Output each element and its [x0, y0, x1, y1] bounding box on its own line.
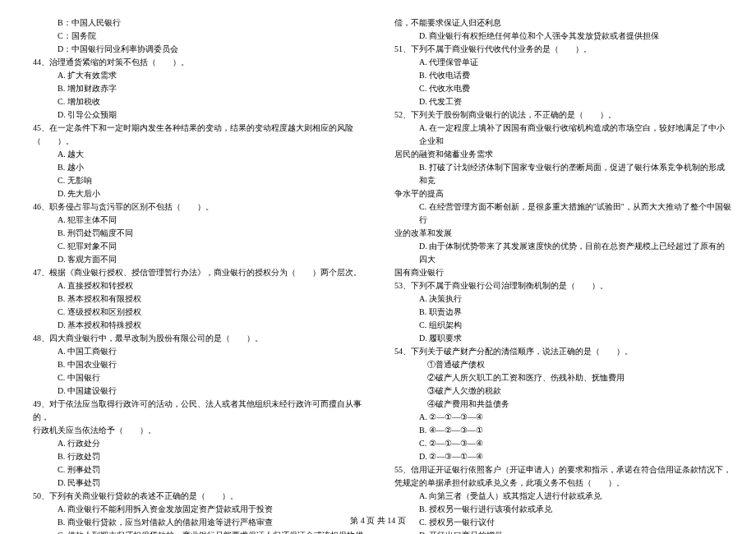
option-text: C. 无影响 [25, 174, 370, 187]
option-text: D. 履职要求 [386, 332, 731, 345]
option-text: D. 先大后小 [25, 187, 370, 200]
option-text: B：中国人民银行 [25, 16, 370, 30]
option-text: B. ④—②—③—① [386, 424, 731, 437]
sub-option: ①普通破产债权 [386, 358, 731, 371]
option-text: A. 在一定程度上填补了因国有商业银行收缩机构造成的市场空白，较好地满足了中小企… [386, 122, 731, 148]
option-text: A. 代理保管单证 [386, 56, 731, 69]
question-48: 48、四大商业银行中，最早改制为股份有限公司的是（ ）。 [25, 332, 370, 345]
option-text: D：中国银行同业利率协调委员会 [25, 43, 370, 56]
option-continuation: 国有商业银行 [386, 266, 731, 279]
option-text: D. ②—③—①—④ [386, 450, 731, 463]
option-text: A. 直接授权和转授权 [25, 279, 370, 292]
option-text: D. 基本授权和特殊授权 [25, 319, 370, 332]
question-53: 53、下列不属于商业银行公司治理制衡机制的是（ ）。 [386, 279, 731, 292]
option-text: D. 民事处罚 [25, 476, 370, 490]
option-continuation: 偿，不能要求保证人归还利息 [386, 16, 731, 30]
option-text: C. 刑事处罚 [25, 463, 370, 476]
option-text: B. 中国农业银行 [25, 358, 370, 371]
option-text: B. 越小 [25, 161, 370, 174]
option-text: D. 由于体制优势带来了其发展速度快的优势，目前在总资产规模上已经超过了原有的四… [386, 240, 731, 266]
option-text: D. 开征出口商品的增量 [386, 529, 731, 534]
option-text: B. 打破了计划经济体制下国家专业银行的垄断局面，促进了银行体系竞争机制的形成和… [386, 161, 731, 187]
question-continuation: （ ）。 [25, 135, 370, 148]
question-46: 46、职务侵占罪与贪污罪的区别不包括（ ）。 [25, 200, 370, 214]
option-text: A. 向第三者（受益人）或其指定人进行付款或承兑 [386, 490, 731, 503]
option-text: D. 引导公众预期 [25, 108, 370, 122]
question-45: 45、在一定条件下和一定时期内发生各种结果的变动，结果的变动程度越大则相应的风险 [25, 122, 370, 135]
option-text: A. ②—①—③—④ [386, 411, 731, 424]
sub-option: ④破产费用和共益债务 [386, 398, 731, 411]
option-continuation: 争水平的提高 [386, 187, 731, 200]
option-text: D. 客观方面不同 [25, 253, 370, 266]
option-text: B. 行政处罚 [25, 450, 370, 463]
sub-option: ②破产人所欠职工的工资和医疗、伤残补助、抚恤费用 [386, 371, 731, 384]
option-text: C. 在经营管理方面不断创新，是很多重大措施的"试验田"，从而大大推动了整个中国… [386, 200, 731, 227]
question-55: 55、信用证开证银行依照客户（开证申请人）的要求和指示，承诺在符合信用证条款情况… [386, 463, 731, 476]
option-text: A. 越大 [25, 148, 370, 161]
option-text: C. 中国银行 [25, 371, 370, 384]
question-44: 44、治理通货紧缩的对策不包括（ ）。 [25, 56, 370, 69]
question-49: 49、对于依法应当取得行政许可的活动，公民、法人或者其他组织未经行政许可而擅自从… [25, 398, 370, 424]
option-text: C. 增加税收 [25, 95, 370, 108]
option-text: A. 犯罪主体不同 [25, 214, 370, 227]
option-text: D. 商业银行有权拒绝任何单位和个人强令其发放贷款或者提供担保 [386, 30, 731, 43]
question-continuation: 凭规定的单据承担付款或承兑义务，此项义务不包括（ ）。 [386, 476, 731, 490]
option-text: A. 决策执行 [386, 292, 731, 306]
page-footer: 第 4 页 共 14 页 [0, 514, 756, 527]
option-text: B. 职责边界 [386, 306, 731, 319]
option-continuation: 居民的融资和储蓄业务需求 [386, 148, 731, 161]
question-47: 47、根据《商业银行授权、授信管理暂行办法》，商业银行的授权分为（ ）两个层次。 [25, 266, 370, 279]
question-54: 54、下列关于破产财产分配的清偿顺序，说法正确的是（ ）。 [386, 345, 731, 358]
option-text: C：国务院 [25, 30, 370, 43]
question-51: 51、下列不属于商业银行代收代付业务的是（ ）。 [386, 43, 731, 56]
option-text: C. 代收水电费 [386, 82, 731, 95]
sub-option: ③破产人欠缴的税款 [386, 384, 731, 398]
option-text: A. 中国工商银行 [25, 345, 370, 358]
option-text: B. 代收电话费 [386, 69, 731, 82]
option-text: A. 扩大有效需求 [25, 69, 370, 82]
option-text: C. 组织架构 [386, 319, 731, 332]
option-text: C. 借款人到期未归还担保贷款的，商业银行只能要求保证人归还保证金或该担保物优先… [25, 529, 370, 534]
option-text: D. 中国建设银行 [25, 384, 370, 398]
option-text: A. 行政处分 [25, 437, 370, 450]
question-50: 50、下列有关商业银行贷款的表述不正确的是（ ）。 [25, 490, 370, 503]
option-text: B. 增加财政赤字 [25, 82, 370, 95]
question-continuation: 行政机关应当依法给予（ ）。 [25, 424, 370, 437]
option-text: B. 刑罚处罚幅度不同 [25, 227, 370, 240]
option-text: C. 逐级授权和区别授权 [25, 306, 370, 319]
option-text: B. 基本授权和有限授权 [25, 292, 370, 306]
option-text: C. 犯罪对象不同 [25, 240, 370, 253]
option-text: C. ②—①—③—④ [386, 437, 731, 450]
question-52: 52、下列关于股份制商业银行的说法，不正确的是（ ）。 [386, 108, 731, 122]
option-continuation: 业的改革和发展 [386, 227, 731, 240]
option-text: D. 代发工资 [386, 95, 731, 108]
